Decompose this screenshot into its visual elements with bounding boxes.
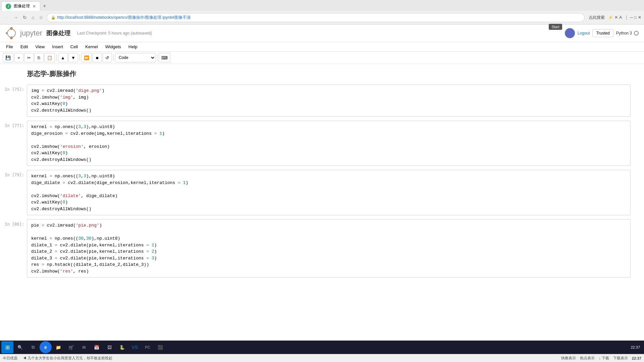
start-tooltip-text: Start — [549, 24, 562, 30]
taskbar-start[interactable]: ⊞ — [1, 341, 13, 353]
restart-button[interactable]: ↺ — [103, 53, 112, 62]
notebook-name[interactable]: 图像处理 — [46, 29, 70, 37]
taskbar-vscode[interactable]: VS — [129, 341, 141, 353]
toolbar: 💾 + ✂ ⎘ 📋 ▲ ▼ ⏩ ■ ↺ Code Markdown Raw NB… — [0, 52, 644, 64]
cell-body-79[interactable]: kernel = np.ones((3,3),np.uint8) dige_di… — [27, 170, 631, 215]
taskbar-calendar[interactable]: 📅 — [91, 341, 103, 353]
browser-actions: 点此搜索 ⚡ ✕ A ⋮ ─ □ ✕ — [587, 14, 641, 21]
menu-cell[interactable]: Cell — [67, 43, 81, 51]
paste-cell-button[interactable]: 📋 — [44, 53, 55, 62]
settings-icon[interactable]: ⋮ — [625, 15, 629, 20]
forward-button[interactable]: → — [12, 14, 19, 21]
stop-button[interactable]: ■ — [93, 53, 102, 62]
status-action-1[interactable]: 快教表示 — [561, 356, 576, 361]
cell-code-79[interactable]: kernel = np.ones((3,3),np.uint8) dige_di… — [27, 170, 630, 215]
taskbar-photos[interactable]: 🖼 — [103, 341, 115, 353]
copy-cell-button[interactable]: ⎘ — [34, 53, 44, 62]
url-text: http://localhost:8888/notebooks/opencv/图… — [57, 15, 191, 20]
add-cell-button[interactable]: + — [14, 53, 23, 62]
keyboard-shortcuts-button[interactable]: ⌨ — [159, 53, 170, 62]
run-button[interactable]: ⏩ — [81, 53, 92, 62]
status-action-2[interactable]: 热点表示 — [580, 356, 595, 361]
python-indicator: Python 3 — [616, 31, 639, 36]
taskbar-browser[interactable]: e — [40, 341, 52, 353]
trusted-button[interactable]: Trusted — [592, 29, 613, 37]
taskbar-terminal[interactable]: ⬛ — [154, 341, 166, 353]
taskbar-task-view[interactable]: ⧉ — [27, 341, 39, 353]
taskbar-mail[interactable]: ✉ — [78, 341, 90, 353]
status-right: 快教表示 热点表示 ↓ 下载 下载表示 22:37 — [561, 356, 641, 361]
url-bar[interactable]: 🔒 http://localhost:8888/notebooks/opencv… — [47, 13, 585, 22]
window-min-button[interactable]: ─ — [630, 15, 633, 20]
menu-insert[interactable]: Insert — [49, 43, 66, 51]
cell-77: In [77]: kernel = np.ones((3,3),np.uint8… — [0, 120, 644, 167]
browser-chrome: J 图像处理 ✕ + ← → ↻ ⌂ ☆ 🔒 http://localhost:… — [0, 0, 644, 24]
active-tab[interactable]: J 图像处理 ✕ — [1, 1, 40, 11]
home-button[interactable]: ⌂ — [30, 14, 36, 21]
header-right: Start Logout Trusted Python 3 — [562, 28, 639, 38]
ext-icon-1[interactable]: ⚡ — [608, 15, 613, 20]
logout-button[interactable]: Logout — [578, 31, 590, 36]
window-max-button[interactable]: □ — [634, 15, 637, 20]
cell-80: In [80]: pie = cv2.imread('pie.png') ker… — [0, 219, 644, 278]
toolbar-sep-3 — [113, 54, 114, 61]
taskbar-time: 22:37 — [631, 345, 643, 349]
python-label: Python 3 — [616, 31, 632, 36]
status-middle: ◀ 几个女大学生在小出局里登入万元，却不敢走前投起 — [23, 356, 112, 361]
cell-code-75[interactable]: img = cv2.imread('dige.png') cv2.imshow(… — [27, 85, 630, 116]
lock-icon: 🔒 — [51, 15, 56, 20]
cell-type-selector[interactable]: Code Markdown Raw NBConvert — [115, 53, 156, 62]
status-bar: 今日优选 ◀ 几个女大学生在小出局里登入万元，却不敢走前投起 快教表示 热点表示… — [0, 354, 644, 362]
cell-body-77[interactable]: kernel = np.ones((3,3),np.uint8) dige_er… — [27, 121, 631, 166]
menu-edit[interactable]: Edit — [17, 43, 31, 51]
move-down-button[interactable]: ▼ — [68, 53, 78, 62]
bookmark-button[interactable]: ☆ — [38, 14, 45, 21]
status-left: 今日优选 — [3, 356, 17, 361]
toolbar-sep-4 — [157, 54, 157, 61]
menu-file[interactable]: File — [3, 43, 16, 51]
cell-code-77[interactable]: kernel = np.ones((3,3),np.uint8) dige_er… — [27, 121, 630, 166]
cell-75: In [75]: img = cv2.imread('dige.png') cv… — [0, 84, 644, 117]
cell-prompt-80: In [80]: — [0, 219, 27, 278]
jupyter-logo: jupyter — [5, 27, 42, 39]
cell-body-80[interactable]: pie = cv2.imread('pie.png') kernel = np.… — [27, 219, 631, 278]
menu-widgets[interactable]: Widgets — [102, 43, 124, 51]
taskbar-pycharm[interactable]: PC — [142, 341, 154, 353]
menu-view[interactable]: View — [32, 43, 48, 51]
status-action-3[interactable]: 下载表示 — [613, 356, 628, 361]
cell-code-80[interactable]: pie = cv2.imread('pie.png') kernel = np.… — [27, 220, 630, 277]
current-time: 22:37 — [631, 345, 640, 349]
jupyter-header: jupyter 图像处理 Last Checkpoint: 5 hours ag… — [0, 24, 644, 42]
menu-help[interactable]: Help — [125, 43, 141, 51]
back-button[interactable]: ← — [3, 14, 10, 21]
cell-prompt-79: In [79]: — [0, 170, 27, 215]
search-action[interactable]: 点此搜索 — [587, 14, 607, 21]
taskbar-explorer[interactable]: 📁 — [52, 341, 64, 353]
status-download-icon[interactable]: ↓ 下载 — [599, 356, 609, 361]
toolbar-sep-1 — [56, 54, 57, 61]
tab-favicon: J — [6, 4, 11, 9]
cut-cell-button[interactable]: ✂ — [24, 53, 34, 62]
ext-icon-2[interactable]: ✕ — [614, 15, 618, 20]
svg-point-3 — [7, 29, 15, 37]
jupyter-brand-text: jupyter — [20, 29, 42, 38]
taskbar: ⊞ 🔍 ⧉ e 📁 🛒 ✉ 📅 🖼 🐍 VS PC ⬛ 22:37 — [0, 341, 644, 354]
taskbar-store[interactable]: 🛒 — [65, 341, 77, 353]
cell-prompt-77: In [77]: — [0, 121, 27, 166]
checkpoint-info: Last Checkpoint: 5 hours ago (autosaved) — [77, 31, 152, 36]
menu-bar: File Edit View Insert Cell Kernel Widget… — [0, 42, 644, 52]
move-up-button[interactable]: ▲ — [58, 53, 68, 62]
taskbar-python[interactable]: 🐍 — [116, 341, 128, 353]
ext-icon-3[interactable]: A — [619, 15, 622, 20]
extension-icons: ⚡ ✕ A — [608, 15, 622, 20]
new-tab-button[interactable]: + — [40, 2, 49, 10]
tab-close-button[interactable]: ✕ — [33, 4, 36, 9]
cell-body-75[interactable]: img = cv2.imread('dige.png') cv2.imshow(… — [27, 84, 631, 117]
refresh-button[interactable]: ↻ — [21, 14, 28, 21]
notebook-content[interactable]: 形态学-膨胀操作 In [75]: img = cv2.imread('dige… — [0, 64, 644, 338]
save-button[interactable]: 💾 — [3, 53, 13, 62]
window-close-button[interactable]: ✕ — [638, 15, 641, 20]
menu-kernel[interactable]: Kernel — [82, 43, 101, 51]
taskbar-search[interactable]: 🔍 — [14, 341, 26, 353]
section-heading: 形态学-膨胀操作 — [0, 64, 644, 84]
